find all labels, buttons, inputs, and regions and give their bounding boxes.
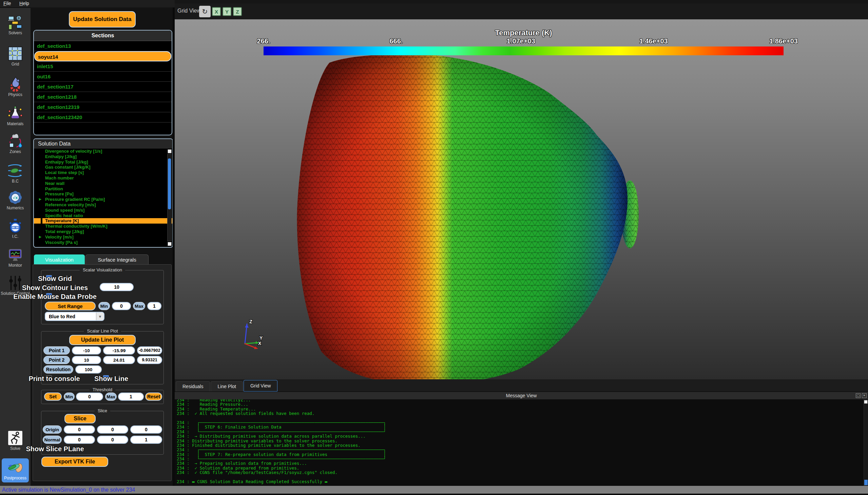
sidebar-item-numerics[interactable]: √x Numerics — [0, 190, 31, 210]
point1-y-input[interactable]: -15.99 — [103, 346, 135, 355]
expand-arrow-icon[interactable]: ▶ — [39, 235, 41, 240]
solution-data-item[interactable]: ▶Reference velocity [m/s] — [34, 202, 172, 208]
colorbar-tick-label: 1.07e+03 — [507, 37, 535, 45]
menu-file[interactable]: File — [0, 0, 15, 7]
solution-data-item[interactable]: ▶Viscosity [Pa s] — [34, 240, 172, 245]
svg-text:√x: √x — [13, 195, 18, 200]
status-text: Active simulation is NewSimulation_0 on … — [2, 487, 135, 493]
scrollbar-thumb[interactable] — [864, 480, 868, 485]
colorbar-tick-label: 266. — [257, 37, 270, 45]
view-tab[interactable]: Line Plot — [211, 381, 243, 392]
section-list-item[interactable]: def_section13 — [34, 41, 172, 51]
threshold-set-button[interactable]: Set — [44, 393, 62, 401]
section-list-item[interactable]: soyuz14 — [34, 51, 171, 62]
render-viewport[interactable]: Z Y X Temperature (K) 266.666.1.07e+031.… — [175, 19, 868, 379]
sidebar-item-physics[interactable]: Physics — [0, 76, 31, 97]
section-list-item[interactable]: def_section1218 — [34, 92, 172, 102]
group-legend: Threshold — [89, 387, 115, 392]
reset-view-icon[interactable]: ↻ — [199, 6, 211, 17]
colorbar-tick-label: 1.86e+03 — [769, 37, 798, 45]
console-line: 234 : ✓ Solution data prepared from prim… — [177, 466, 863, 470]
set-range-button[interactable]: Set Range — [45, 302, 96, 310]
message-view-title: Message View — [506, 393, 537, 398]
scroll-up-button[interactable] — [168, 149, 172, 153]
scrollbar-thumb[interactable] — [168, 158, 171, 209]
view-z-button[interactable]: Z — [233, 7, 242, 16]
solution-data-item[interactable]: ▶Gas constant [J/kg/K] — [34, 165, 172, 170]
range-max-input[interactable]: 1 — [147, 302, 161, 310]
section-list-item[interactable]: inlet15 — [34, 62, 172, 72]
solution-data-item[interactable]: ▶Pressure [Pa] — [34, 191, 172, 197]
solution-data-item[interactable]: ▶Mach number — [34, 175, 172, 181]
resolution-input[interactable]: 100 — [75, 365, 102, 374]
range-max-label: Max — [133, 302, 145, 310]
sidebar-item-materials[interactable]: Materials — [0, 105, 31, 126]
solution-data-item[interactable]: ▶Enthalpy [J/kg] — [34, 154, 172, 159]
tab[interactable]: Visualization — [34, 254, 85, 264]
slice-origin-y-input[interactable]: 0 — [97, 425, 128, 433]
sidebar-item-zones[interactable]: Zones — [0, 133, 31, 154]
scroll-down-button[interactable] — [168, 242, 172, 246]
close-panel-icon[interactable]: ✕ — [862, 393, 867, 398]
sidebar-item-monitor[interactable]: Monitor — [0, 247, 31, 268]
solution-data-item[interactable]: ▶Near wall — [34, 181, 172, 186]
solution-data-item[interactable]: ▶Sound speed [m/s] — [34, 208, 172, 213]
message-view-scrollbar[interactable] — [864, 399, 868, 486]
solution-data-item[interactable]: ▶Specific heat ratio — [34, 213, 172, 219]
sidebar-item-bc[interactable]: B.C — [0, 163, 31, 184]
point2-x-input[interactable]: 10 — [72, 356, 101, 364]
solution-data-scrollbar[interactable] — [167, 154, 172, 241]
point1-z-input[interactable]: -0.0667902 — [137, 346, 162, 355]
slice-normal-y-input[interactable]: 0 — [97, 436, 128, 444]
scroll-up-button[interactable] — [864, 400, 868, 404]
point1-x-input[interactable]: -10 — [72, 346, 101, 355]
point2-y-input[interactable]: 24.01 — [103, 356, 135, 364]
threshold-reset-button[interactable]: Reset — [145, 393, 162, 401]
message-view-titlebar: Message View ▢ ✕ — [175, 392, 868, 399]
contour-count-input[interactable]: 10 — [100, 283, 134, 291]
show-slice-plane-label: Show Slice PLane — [26, 445, 84, 453]
threshold-min-input[interactable]: 0 — [76, 393, 103, 401]
solution-data-item[interactable]: ▶Temperature [K] — [34, 218, 172, 224]
sidebar-item-postprocess[interactable]: Postprocess — [2, 458, 29, 482]
update-line-plot-button[interactable]: Update Line Plot — [69, 335, 136, 345]
menu-help[interactable]: Help — [16, 0, 33, 7]
sidebar-item-grid[interactable]: Grid — [0, 46, 31, 67]
solution-data-item[interactable]: ▶Total energy [J/kg] — [34, 229, 172, 235]
range-min-input[interactable]: 0 — [112, 302, 131, 310]
solution-data-item[interactable]: ▶Local time step [s] — [34, 170, 172, 175]
update-solution-data-button[interactable]: Update Solution Data — [69, 11, 136, 28]
section-list-item[interactable]: def_section117 — [34, 82, 172, 92]
console-line: 234 : └─────────────────────────────────… — [177, 457, 863, 461]
point2-z-input[interactable]: 9.93321 — [137, 356, 162, 364]
section-list-item[interactable]: def_section12319 — [34, 102, 172, 112]
view-tab[interactable]: Grid View — [244, 380, 277, 392]
solution-data-item[interactable]: ▶Velocity [m/s] — [34, 235, 172, 240]
solution-data-item[interactable]: ▶Thermal conductivity [W/m/K] — [34, 224, 172, 229]
section-list-item[interactable]: out16 — [34, 72, 172, 82]
section-list-item[interactable]: def_section123420 — [34, 112, 172, 122]
gear-sqrt-icon: √x — [7, 190, 23, 205]
expand-arrow-icon[interactable]: ▶ — [39, 197, 41, 202]
float-panel-icon[interactable]: ▢ — [856, 393, 861, 398]
solution-data-item[interactable]: ▶Pressure gradient RC [Pa/m] — [34, 197, 172, 202]
threshold-max-input[interactable]: 1 — [118, 393, 144, 401]
sidebar-item-label: Grid — [0, 62, 31, 67]
export-vtk-button[interactable]: Export VTK File — [41, 457, 108, 467]
solution-data-item[interactable]: ▶Divergence of velocity [1/s] — [34, 149, 172, 154]
solution-data-item[interactable]: ▶Partition — [34, 186, 172, 192]
slice-button[interactable]: Slice — [65, 414, 96, 423]
slice-normal-z-input[interactable]: 1 — [130, 436, 162, 444]
slice-normal-x-input[interactable]: 0 — [64, 436, 95, 444]
sidebar-item-solvers[interactable]: Solvers — [0, 15, 31, 35]
solution-data-item[interactable]: ▶Enthalpy Total [J/kg] — [34, 159, 172, 165]
slice-origin-z-input[interactable]: 0 — [130, 425, 162, 433]
tab[interactable]: Surface Integrals — [86, 254, 149, 264]
sidebar-item-ic[interactable]: 00:00 I.C. — [0, 218, 31, 239]
view-x-button[interactable]: X — [212, 7, 221, 16]
console-line — [177, 475, 863, 479]
colormap-dropdown[interactable]: Blue to Red ▼ — [45, 312, 104, 321]
view-y-button[interactable]: Y — [223, 7, 231, 16]
slice-origin-x-input[interactable]: 0 — [64, 425, 95, 433]
view-tab[interactable]: Residuals — [176, 381, 210, 392]
